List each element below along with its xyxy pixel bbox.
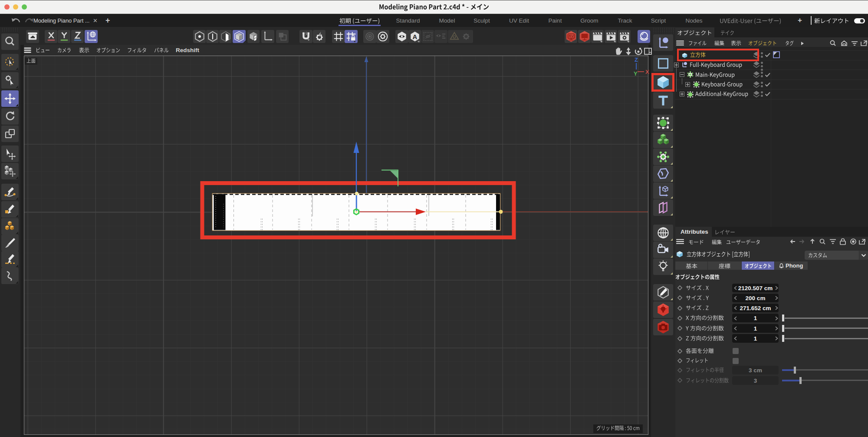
svg-text:Z: Z (635, 56, 638, 63)
svg-text:A: A (412, 33, 417, 40)
svg-text:X: X (645, 69, 649, 75)
svg-text:Y: Y (634, 70, 638, 77)
svg-text:RV: RV (569, 34, 574, 38)
